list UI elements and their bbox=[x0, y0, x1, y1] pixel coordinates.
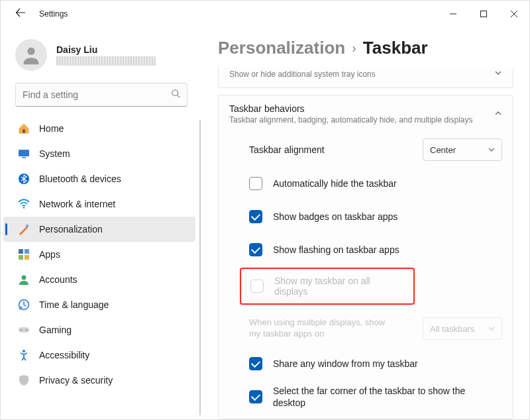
chevron-up-icon bbox=[494, 108, 502, 120]
row-share-window[interactable]: Share any window from my taskbar bbox=[249, 347, 502, 380]
svg-line-6 bbox=[178, 95, 180, 98]
section-subtitle: Show or hide additional system tray icon… bbox=[229, 70, 376, 79]
breadcrumb-parent[interactable]: Personalization bbox=[218, 38, 345, 58]
svg-point-5 bbox=[172, 90, 178, 96]
sidebar-item-label: Personalization bbox=[39, 224, 103, 235]
svg-rect-13 bbox=[19, 249, 23, 254]
accessibility-icon bbox=[18, 349, 30, 361]
svg-point-22 bbox=[26, 329, 27, 331]
bluetooth-icon bbox=[18, 173, 30, 185]
svg-point-19 bbox=[19, 307, 23, 310]
row-label: When using multiple displays, show my ta… bbox=[249, 317, 388, 340]
row-label: Share any window from my taskbar bbox=[273, 358, 418, 369]
svg-point-21 bbox=[21, 329, 22, 331]
row-label: Automatically hide the taskbar bbox=[273, 178, 397, 189]
close-button[interactable] bbox=[499, 1, 529, 27]
breadcrumb: Personalization › Taskbar bbox=[218, 38, 513, 58]
chevron-down-icon bbox=[494, 68, 502, 79]
svg-point-4 bbox=[27, 48, 34, 55]
apps-icon bbox=[18, 248, 30, 260]
sidebar-item-label: Accessibility bbox=[39, 350, 89, 360]
section-subtitle: Taskbar alignment, badging, automaticall… bbox=[229, 115, 473, 125]
sidebar-item-label: Privacy & security bbox=[39, 375, 113, 386]
checkbox-show-badges[interactable] bbox=[249, 210, 262, 223]
checkbox-all-displays bbox=[250, 280, 264, 293]
section-title: Taskbar behaviors bbox=[229, 103, 473, 114]
personalization-icon bbox=[18, 223, 30, 235]
sidebar-item-home[interactable]: Home bbox=[3, 116, 195, 141]
sidebar-item-label: Bluetooth & devices bbox=[39, 174, 121, 184]
chevron-down-icon bbox=[488, 325, 495, 332]
search-input[interactable] bbox=[15, 83, 187, 107]
row-label: Select the far corner of the taskbar to … bbox=[273, 385, 485, 409]
multi-display-select: All taskbars bbox=[423, 317, 502, 340]
sidebar-item-label: System bbox=[39, 148, 70, 159]
row-label: Show my taskbar on all displays bbox=[274, 276, 404, 297]
checkbox-auto-hide[interactable] bbox=[249, 177, 262, 190]
sidebar-item-system[interactable]: System bbox=[3, 141, 195, 166]
row-multi-display: When using multiple displays, show my ta… bbox=[249, 310, 502, 347]
sidebar-item-label: Network & internet bbox=[39, 199, 115, 209]
row-far-corner[interactable]: Select the far corner of the taskbar to … bbox=[249, 380, 502, 413]
sidebar-item-accessibility[interactable]: Accessibility bbox=[3, 342, 195, 368]
avatar bbox=[15, 39, 47, 71]
svg-rect-12 bbox=[25, 224, 29, 228]
profile-email-redacted bbox=[56, 56, 156, 66]
sidebar-item-label: Apps bbox=[39, 249, 60, 260]
sidebar-item-network[interactable]: Network & internet bbox=[3, 191, 195, 217]
svg-rect-9 bbox=[22, 157, 26, 158]
svg-rect-7 bbox=[23, 129, 25, 133]
system-icon bbox=[18, 148, 30, 160]
search-field[interactable] bbox=[23, 89, 171, 100]
sidebar-item-label: Home bbox=[39, 123, 64, 134]
svg-point-17 bbox=[22, 276, 26, 280]
sidebar-item-bluetooth[interactable]: Bluetooth & devices bbox=[3, 166, 195, 191]
profile-name: Daisy Liu bbox=[56, 44, 156, 55]
svg-rect-16 bbox=[25, 255, 29, 260]
sidebar-item-label: Gaming bbox=[39, 325, 72, 335]
profile[interactable]: Daisy Liu bbox=[1, 39, 202, 83]
section-taskbar-behaviors: Taskbar behaviors Taskbar alignment, bad… bbox=[218, 95, 513, 419]
svg-point-11 bbox=[23, 207, 25, 209]
chevron-down-icon bbox=[488, 146, 495, 153]
svg-rect-15 bbox=[19, 255, 23, 260]
home-icon bbox=[18, 123, 30, 134]
svg-rect-14 bbox=[25, 249, 29, 254]
sidebar-item-personalization[interactable]: Personalization bbox=[3, 217, 195, 242]
sidebar-item-gaming[interactable]: Gaming bbox=[3, 317, 195, 342]
titlebar: Settings bbox=[1, 1, 529, 27]
main-content: Personalization › Taskbar Show or hide a… bbox=[202, 27, 529, 419]
sidebar-item-privacy[interactable]: Privacy & security bbox=[3, 368, 195, 393]
row-label: Show flashing on taskbar apps bbox=[273, 244, 399, 255]
svg-rect-1 bbox=[481, 11, 487, 17]
sidebar-item-apps[interactable]: Apps bbox=[3, 242, 195, 267]
section-other-tray[interactable]: Show or hide additional system tray icon… bbox=[218, 68, 513, 88]
checkbox-show-flashing[interactable] bbox=[249, 243, 262, 256]
checkbox-share-window[interactable] bbox=[249, 357, 262, 370]
wifi-icon bbox=[18, 198, 30, 210]
search-icon bbox=[171, 89, 180, 101]
svg-point-23 bbox=[23, 350, 25, 352]
gaming-icon bbox=[18, 324, 30, 336]
row-auto-hide[interactable]: Automatically hide the taskbar bbox=[249, 167, 502, 200]
svg-rect-8 bbox=[19, 150, 29, 156]
back-icon[interactable] bbox=[15, 7, 26, 21]
sidebar-item-label: Time & language bbox=[39, 299, 109, 310]
row-label: Show badges on taskbar apps bbox=[273, 211, 398, 222]
row-show-badges[interactable]: Show badges on taskbar apps bbox=[249, 200, 502, 233]
window-title: Settings bbox=[39, 9, 68, 19]
section-header[interactable]: Taskbar behaviors Taskbar alignment, bad… bbox=[219, 95, 513, 132]
checkbox-far-corner[interactable] bbox=[249, 390, 262, 403]
row-show-flashing[interactable]: Show flashing on taskbar apps bbox=[249, 233, 502, 266]
minimize-button[interactable] bbox=[438, 1, 468, 27]
sidebar-item-accounts[interactable]: Accounts bbox=[3, 267, 195, 292]
svg-rect-20 bbox=[19, 327, 29, 333]
breadcrumb-current: Taskbar bbox=[363, 38, 428, 58]
maximize-button[interactable] bbox=[468, 1, 499, 27]
sidebar-item-time[interactable]: Time & language bbox=[3, 292, 195, 317]
alignment-select[interactable]: Center bbox=[423, 138, 502, 161]
sidebar: Daisy Liu Home System Bl bbox=[1, 27, 202, 419]
row-label: Taskbar alignment bbox=[249, 144, 325, 155]
clock-icon bbox=[18, 299, 30, 311]
row-taskbar-alignment: Taskbar alignment Center bbox=[249, 132, 502, 167]
